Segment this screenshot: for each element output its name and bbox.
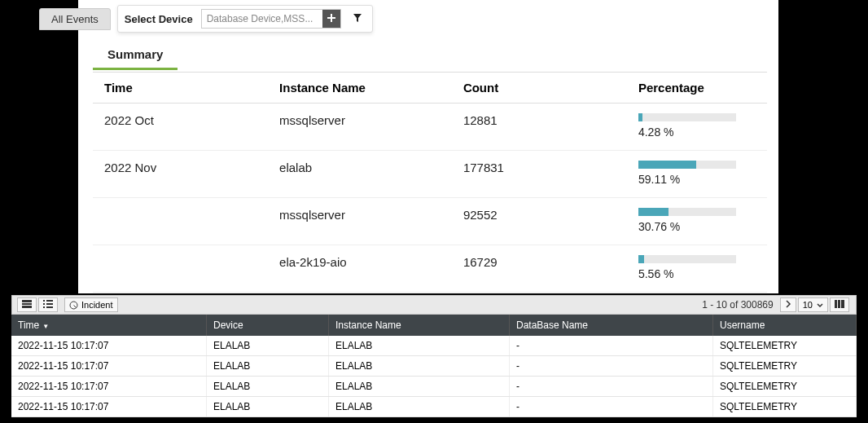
filter-icon [353, 13, 362, 23]
cell-count: 92552 [452, 198, 627, 245]
table-row[interactable]: 2022-11-15 10:17:07ELALABELALAB-SQLTELEM… [11, 336, 857, 356]
table-icon [22, 300, 32, 308]
cell-count: 12881 [452, 104, 627, 151]
chevron-down-icon [817, 303, 823, 308]
pager-text: 1 - 10 of 300869 [702, 299, 773, 311]
columns-icon [835, 300, 844, 308]
col-instance[interactable]: Instance Name [268, 73, 452, 104]
col-time[interactable]: Time [93, 73, 268, 104]
cell-time: 2022-11-15 10:17:07 [11, 377, 207, 396]
chevron-right-icon [785, 300, 791, 308]
grid-toolbar: Incident 1 - 10 of 300869 10 [11, 295, 857, 315]
percentage-bar [638, 113, 736, 121]
columns-button[interactable] [830, 297, 849, 312]
incident-icon [69, 301, 78, 310]
cell-percentage: 30.76 % [627, 198, 767, 245]
col-header-db[interactable]: DataBase Name [510, 315, 713, 336]
percentage-text: 59.11 % [638, 173, 680, 186]
col-header-user[interactable]: Username [713, 315, 857, 336]
cell-percentage: 5.56 % [627, 245, 767, 293]
cell-count: 177831 [452, 151, 627, 198]
col-header-instance[interactable]: Instance Name [329, 315, 510, 336]
col-header-device[interactable]: Device [207, 315, 329, 336]
percentage-text: 4.28 % [638, 126, 674, 139]
filter-button[interactable] [349, 11, 366, 27]
cell-percentage: 4.28 % [627, 104, 767, 151]
col-percentage[interactable]: Percentage [627, 73, 767, 104]
col-header-time[interactable]: Time▼ [11, 315, 207, 336]
cell-db: - [510, 356, 713, 376]
cell-time: 2022 Nov [93, 151, 268, 198]
cell-device: ELALAB [207, 336, 329, 355]
cell-instance: ela-2k19-aio [268, 245, 452, 293]
table-row[interactable]: 2022-11-15 10:17:07ELALABELALAB-SQLTELEM… [11, 377, 857, 397]
cell-user: SQLTELEMETRY [713, 377, 857, 396]
list-icon [43, 300, 53, 308]
cell-instance: ELALAB [329, 356, 510, 376]
cell-percentage: 59.11 % [627, 151, 767, 198]
cell-user: SQLTELEMETRY [713, 356, 857, 376]
sort-desc-icon: ▼ [42, 323, 49, 330]
col-count[interactable]: Count [452, 73, 627, 104]
device-input[interactable] [202, 10, 322, 28]
summary-row: mssqlserver9255230.76 % [93, 198, 767, 245]
cell-time: 2022-11-15 10:17:07 [11, 397, 207, 416]
percentage-bar [638, 208, 736, 216]
plus-icon [327, 13, 336, 23]
summary-row: ela-2k19-aio167295.56 % [93, 245, 767, 293]
percentage-text: 30.76 % [638, 220, 680, 233]
select-device-label: Select Device [125, 13, 193, 25]
page-size-value: 10 [803, 300, 813, 310]
tab-summary[interactable]: Summary [93, 39, 178, 70]
cell-instance: mssqlserver [268, 198, 452, 245]
cell-user: SQLTELEMETRY [713, 336, 857, 355]
table-row[interactable]: 2022-11-15 10:17:07ELALABELALAB-SQLTELEM… [11, 356, 857, 377]
view-table-button[interactable] [17, 297, 37, 312]
select-device-panel: Select Device [117, 5, 373, 33]
cell-instance: ELALAB [329, 377, 510, 396]
add-device-button[interactable] [322, 10, 340, 28]
cell-time [93, 245, 268, 293]
cell-instance: elalab [268, 151, 452, 198]
incident-button[interactable]: Incident [64, 297, 118, 312]
cell-db: - [510, 377, 713, 396]
summary-table: Time Instance Name Count Percentage 2022… [93, 72, 767, 293]
incident-label: Incident [81, 300, 113, 310]
next-page-button[interactable] [780, 297, 796, 312]
cell-instance: ELALAB [329, 397, 510, 416]
cell-time: 2022-11-15 10:17:07 [11, 356, 207, 376]
page-size-select[interactable]: 10 [798, 297, 828, 312]
cell-device: ELALAB [207, 397, 329, 416]
cell-device: ELALAB [207, 356, 329, 376]
cell-time: 2022 Oct [93, 104, 268, 151]
cell-device: ELALAB [207, 377, 329, 396]
view-list-button[interactable] [38, 297, 58, 312]
cell-time [93, 198, 268, 245]
summary-row: 2022 Novelalab17783159.11 % [93, 151, 767, 198]
cell-db: - [510, 397, 713, 416]
cell-instance: mssqlserver [268, 104, 452, 151]
grid-header: Time▼ Device Instance Name DataBase Name… [11, 315, 857, 336]
tab-all-events[interactable]: All Events [39, 8, 111, 30]
cell-count: 16729 [452, 245, 627, 293]
percentage-bar [638, 161, 736, 169]
cell-instance: ELALAB [329, 336, 510, 355]
percentage-text: 5.56 % [638, 267, 674, 280]
percentage-bar [638, 255, 736, 263]
summary-row: 2022 Octmssqlserver128814.28 % [93, 104, 767, 151]
cell-user: SQLTELEMETRY [713, 397, 857, 416]
cell-time: 2022-11-15 10:17:07 [11, 336, 207, 355]
table-row[interactable]: 2022-11-15 10:17:07ELALABELALAB-SQLTELEM… [11, 397, 857, 417]
cell-db: - [510, 336, 713, 355]
